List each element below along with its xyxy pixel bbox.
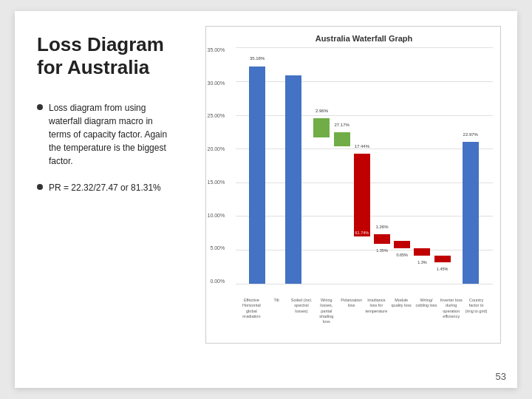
bar-7: 0.65%: [394, 241, 410, 248]
bars-area: 35.18% 2.96%: [236, 47, 493, 284]
slide-number: 53: [496, 371, 506, 382]
x-label-5: Polarization loss: [341, 298, 363, 324]
y-label-3: 25.00%: [208, 113, 225, 118]
x-label-7: Module quality loss: [390, 298, 412, 324]
bar-6: 1.26% 1.35%: [374, 234, 390, 244]
y-label-2: 30.00%: [208, 81, 225, 86]
x-label-4: Wiring losses, partial shading loss: [316, 298, 338, 324]
bar-4: 27.17%: [334, 132, 350, 146]
y-axis-labels: 35.00% 30.00% 25.00% 20.00% 15.00% 10.00…: [208, 47, 225, 284]
bullet-text-1: Loss diagram from using waterfall diagra…: [49, 101, 177, 168]
x-label-9: Inverter loss during operation efficienc…: [440, 298, 463, 324]
bullet-list: Loss diagram from using waterfall diagra…: [37, 101, 177, 208]
x-label-6: Irradiance loss for temperature: [365, 298, 387, 324]
bullet-item-2: PR = 22.32/27.47 or 81.31%: [37, 181, 177, 194]
y-label-7: 5.00%: [210, 245, 225, 250]
y-label-8: 0.00%: [210, 279, 225, 284]
bar-group-10: 22.97%: [463, 47, 479, 284]
bullet-text-2: PR = 22.32/27.47 or 81.31%: [49, 181, 161, 194]
x-label-3: Soiled (incl. spectral losses): [290, 298, 313, 324]
bar-9-inside: 1.45%: [437, 267, 449, 271]
bar-2: [285, 75, 301, 284]
bar-3-top: 2.96%: [316, 109, 328, 113]
x-label-10: Country factor to (irrig to grid): [466, 298, 488, 324]
x-label-2: Tilt: [265, 298, 287, 324]
y-label-6: 10.00%: [208, 213, 225, 218]
left-panel: Loss Diagram for Australia Loss diagram …: [15, 11, 192, 388]
slide-title: Loss Diagram for Australia: [37, 33, 177, 79]
x-label-1: Effective Horizontal global irradiation: [240, 298, 262, 324]
bar-1: 35.18%: [249, 66, 265, 284]
bullet-dot-2: [37, 184, 43, 190]
bar-group-2: [285, 47, 301, 284]
chart-area: 35.00% 30.00% 25.00% 20.00% 15.00% 10.00…: [236, 47, 493, 284]
bar-9: 1.45%: [434, 256, 451, 263]
bar-6-top: 1.26%: [376, 225, 389, 229]
bar-3: 2.96%: [313, 118, 330, 137]
x-axis-labels: Effective Horizontal global irradiation …: [236, 298, 493, 324]
bullet-dot-1: [37, 104, 43, 110]
bar-group-1: 35.18%: [249, 47, 265, 284]
x-label-8: Wiring/ cabling loss: [415, 298, 437, 324]
bar-7-inside: 0.65%: [396, 253, 408, 257]
slide: Loss Diagram for Australia Loss diagram …: [15, 11, 517, 388]
y-label-5: 15.00%: [208, 180, 225, 185]
chart-title: Australia Waterfall Graph: [236, 34, 493, 43]
bar-4-top: 27.17%: [334, 123, 349, 127]
y-label-1: 35.00%: [208, 47, 225, 52]
bar-5-inside: 61.74%: [355, 231, 369, 235]
bar-1-label-top: 35.18%: [250, 56, 265, 61]
chart-container: Australia Waterfall Graph 35.00% 30.00% …: [205, 26, 501, 344]
bar-10: 22.97%: [463, 142, 479, 284]
y-label-4: 20.00%: [208, 146, 225, 151]
bar-10-label-top: 22.97%: [463, 132, 478, 137]
bullet-item-1: Loss diagram from using waterfall diagra…: [37, 101, 177, 168]
right-panel: Australia Waterfall Graph 35.00% 30.00% …: [192, 11, 517, 388]
bar-8-inside: 1.3%: [417, 260, 427, 265]
bar-6-inside: 1.35%: [376, 248, 388, 253]
bar-5-top: 17.44%: [355, 144, 369, 149]
bar-5: 17.44% 61.74%: [354, 154, 370, 236]
grid-line-8: [236, 284, 493, 284]
bar-8: 1.3%: [414, 248, 430, 256]
